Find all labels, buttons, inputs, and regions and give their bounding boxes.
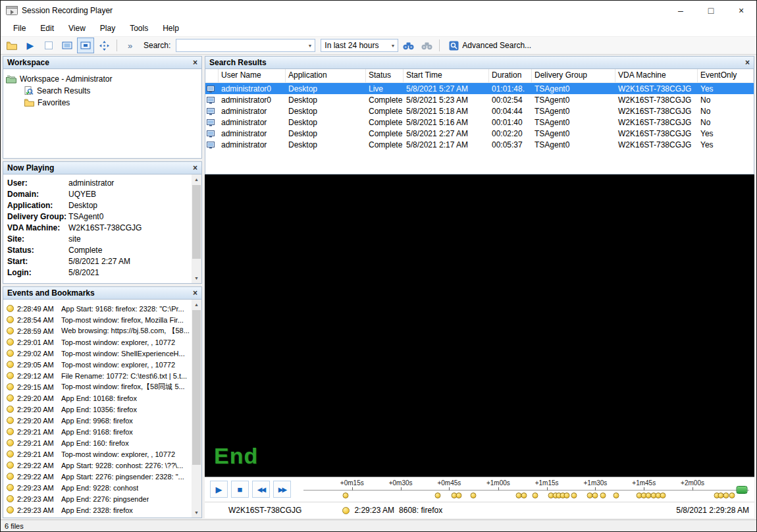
stop-button[interactable]: ■	[231, 481, 249, 498]
open-button[interactable]	[3, 38, 20, 53]
timeline-tick	[644, 487, 644, 491]
column-header-status[interactable]: Status	[366, 69, 404, 82]
more-buttons-chevron[interactable]: »	[121, 38, 138, 53]
table-row[interactable]: administrator0DesktopLive5/8/2021 5:27 A…	[205, 83, 754, 94]
timeline-event-marker[interactable]	[592, 492, 598, 498]
cell-user-name: administrator	[219, 128, 286, 140]
timeline-event-marker[interactable]	[470, 492, 476, 498]
scrollbar-thumb[interactable]	[192, 310, 201, 465]
scroll-down-icon[interactable]: ▼	[192, 508, 201, 518]
event-item[interactable]: 2:29:21 AMApp End: 9168: firefox	[7, 426, 190, 437]
table-row[interactable]: administratorDesktopComplete5/8/2021 2:2…	[205, 128, 754, 139]
fast-forward-button[interactable]: ▶▶	[273, 481, 291, 498]
timeline-event-marker[interactable]	[456, 492, 462, 498]
event-item[interactable]: 2:28:54 AMTop-most window: firefox, Mozi…	[7, 314, 190, 325]
app-icon	[6, 6, 18, 15]
event-item[interactable]: 2:28:59 AMWeb browsing: https://bj.58.co…	[7, 325, 190, 336]
event-item[interactable]: 2:29:22 AMApp Start: 2276: pingsender: 2…	[7, 471, 190, 482]
menu-view[interactable]: View	[61, 20, 93, 36]
event-item[interactable]: 2:29:21 AMApp End: 160: firefox	[7, 437, 190, 448]
now-playing-close-icon[interactable]: ×	[193, 164, 197, 172]
timeline-event-marker[interactable]	[533, 492, 538, 498]
snapshot-button[interactable]	[40, 38, 57, 53]
timeline-event-marker[interactable]	[600, 492, 606, 498]
playhead-slider[interactable]	[737, 486, 748, 494]
column-header-duration[interactable]: Duration	[489, 69, 532, 82]
column-header-eventonly[interactable]: EventOnly	[698, 69, 754, 82]
table-row[interactable]: administratorDesktopComplete5/8/2021 5:1…	[205, 105, 754, 117]
workspace-close-icon[interactable]: ×	[193, 59, 197, 66]
scroll-up-icon[interactable]: ▲	[192, 174, 201, 184]
scale-to-fit-button[interactable]	[59, 38, 76, 53]
search-results-close-icon[interactable]: ×	[745, 59, 750, 66]
minimize-button[interactable]: –	[666, 1, 696, 20]
player-viewport[interactable]: End	[205, 174, 754, 477]
timeline-event-marker[interactable]	[571, 492, 577, 498]
table-row[interactable]: administratorDesktopComplete5/8/2021 5:1…	[205, 117, 754, 128]
column-header-user-name[interactable]: User Name	[219, 69, 286, 82]
event-item[interactable]: 2:29:20 AMApp End: 10168: firefox	[7, 392, 190, 404]
timeline-event-marker[interactable]	[521, 492, 527, 498]
event-item[interactable]: 2:28:49 AMApp Start: 9168: firefox: 2328…	[7, 303, 190, 314]
play-button[interactable]: ▶	[210, 481, 228, 498]
column-header-application[interactable]: Application	[286, 69, 366, 82]
column-header-vda-machine[interactable]: VDA Machine	[615, 69, 698, 82]
timeline-tick	[595, 487, 596, 491]
timeline-event-marker[interactable]	[729, 492, 735, 498]
timeline-event-marker[interactable]	[434, 492, 440, 498]
search-input[interactable]	[176, 40, 305, 51]
combo-dropdown-icon[interactable]: ▼	[305, 43, 315, 48]
timeline-event-marker[interactable]	[660, 492, 666, 498]
tree-root-workspace[interactable]: Workspace - Administrator	[6, 73, 199, 85]
timeline-event-marker[interactable]	[343, 492, 349, 498]
events-scrollbar[interactable]: ▲ ▼	[192, 300, 201, 518]
event-item[interactable]: 2:29:23 AMApp End: 9228: conhost	[7, 482, 190, 493]
column-header-start-time[interactable]: Start Time	[404, 69, 489, 82]
pan-button[interactable]	[95, 38, 113, 53]
field-label: Site:	[7, 234, 68, 244]
event-item[interactable]: 2:29:05 AMTop-most window: explorer, , 1…	[7, 359, 190, 370]
rewind-button[interactable]: ◀◀	[252, 481, 270, 498]
event-item[interactable]: 2:29:20 AMApp End: 9968: firefox	[7, 415, 190, 426]
play-toolbar-button[interactable]: ▶	[22, 38, 39, 53]
find-next-button[interactable]	[400, 38, 417, 53]
maximize-button[interactable]: □	[696, 1, 726, 20]
table-row[interactable]: administratorDesktopComplete5/8/2021 2:1…	[205, 139, 754, 150]
event-item[interactable]: 2:29:12 AMFile Rename: 10772: C:\test\6.…	[7, 370, 190, 381]
tree-item-favorites[interactable]: Favorites	[6, 97, 199, 109]
event-item[interactable]: 2:29:23 AMApp End: 2328: firefox	[7, 504, 190, 516]
event-item[interactable]: 2:29:22 AMApp Start: 9228: conhost: 2276…	[7, 460, 190, 471]
event-item[interactable]: 2:29:02 AMTop-most window: ShellExperien…	[7, 348, 190, 359]
event-item[interactable]: 2:29:15 AMTop-most window: firefox,【58同城…	[7, 381, 190, 392]
scrollbar-thumb[interactable]	[192, 185, 201, 259]
close-button[interactable]: ×	[726, 1, 756, 20]
tree-item-search-results[interactable]: Search Results	[6, 85, 199, 97]
menu-play[interactable]: Play	[93, 20, 122, 36]
find-previous-button[interactable]	[418, 38, 435, 53]
events-close-icon[interactable]: ×	[193, 289, 197, 297]
table-row[interactable]: administrator0DesktopComplete5/8/2021 5:…	[205, 94, 754, 105]
advanced-search-button[interactable]: Advanced Search...	[444, 38, 536, 53]
event-item[interactable]: 2:29:23 AMApp End: 2276: pingsender	[7, 493, 190, 504]
column-header-delivery-group[interactable]: Delivery Group	[532, 69, 615, 82]
toolbar: ▶ » Search: ▼ In last 24 hours ▼	[1, 36, 756, 55]
event-item[interactable]: 2:29:20 AMApp End: 10356: firefox	[7, 404, 190, 415]
timeline[interactable]: +0m15s+0m30s+0m45s+1m00s+1m15s+1m30s+1m4…	[303, 479, 749, 502]
menu-tools[interactable]: Tools	[122, 20, 155, 36]
cell-start-time: 5/8/2021 2:17 AM	[404, 139, 489, 151]
now-playing-field: Domain:UQYEB	[7, 188, 188, 200]
menu-edit[interactable]: Edit	[33, 20, 61, 36]
timeline-event-marker[interactable]	[613, 492, 619, 498]
event-item[interactable]: 2:29:01 AMTop-most window: explorer, , 1…	[7, 336, 190, 348]
scroll-up-icon[interactable]: ▲	[192, 300, 201, 309]
menu-help[interactable]: Help	[155, 20, 186, 36]
time-filter-dropdown[interactable]: In last 24 hours ▼	[321, 39, 398, 52]
cell-delivery-group: TSAgent0	[532, 117, 615, 128]
actual-size-button[interactable]	[77, 38, 94, 53]
timeline-event-marker[interactable]	[564, 492, 570, 498]
menu-file[interactable]: File	[6, 20, 33, 36]
event-item[interactable]: 2:29:21 AMTop-most window: explorer, , 1…	[7, 448, 190, 460]
search-combobox[interactable]: ▼	[176, 39, 315, 52]
scroll-down-icon[interactable]: ▼	[192, 273, 201, 283]
now-playing-scrollbar[interactable]: ▲ ▼	[192, 174, 201, 283]
